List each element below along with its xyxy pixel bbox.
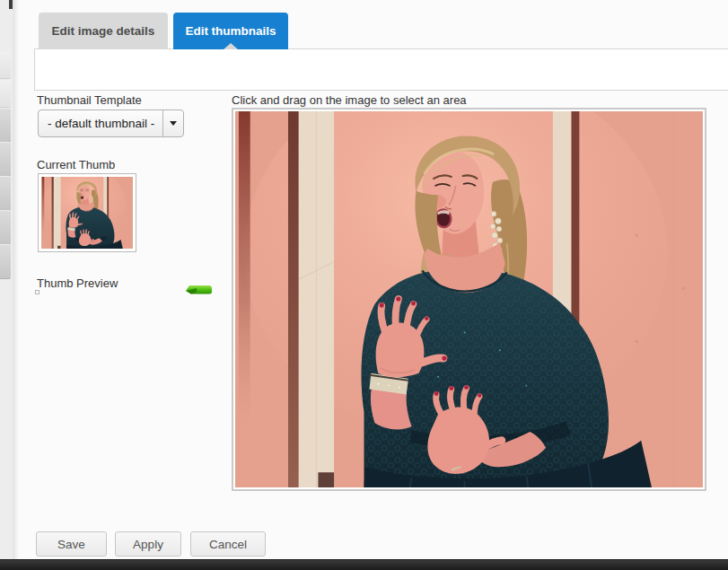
background-button-fragment bbox=[0, 176, 11, 211]
current-thumb-photo bbox=[41, 177, 133, 249]
caret-down-icon bbox=[170, 121, 177, 126]
tab-label: Edit image details bbox=[52, 24, 155, 38]
background-button-fragment bbox=[0, 108, 11, 143]
background-button-fragment bbox=[0, 244, 11, 279]
current-thumb-label: Current Thumb bbox=[37, 158, 115, 171]
tab-edit-image-details[interactable]: Edit image details bbox=[39, 13, 168, 49]
thumbnail-template-label: Thumbnail Template bbox=[37, 93, 142, 107]
crop-instruction-text: Click and drag on the image to select an… bbox=[232, 93, 467, 107]
dropdown-arrow-button[interactable] bbox=[162, 110, 183, 136]
green-swoosh-icon bbox=[184, 284, 213, 295]
apply-button[interactable]: Apply bbox=[115, 531, 181, 557]
save-button[interactable]: Save bbox=[36, 531, 107, 557]
active-tab-notch-icon bbox=[224, 43, 238, 49]
thumbnail-template-selected-value: - default thumbnail - bbox=[39, 117, 162, 130]
tab-label: Edit thumbnails bbox=[185, 24, 276, 38]
background-button-fragment bbox=[0, 142, 11, 177]
current-thumb-image bbox=[38, 173, 136, 252]
thumb-preview-label: Thumb Preview bbox=[37, 276, 118, 290]
bottom-dark-bar bbox=[0, 559, 728, 570]
thumb-preview-placeholder bbox=[35, 290, 39, 294]
crop-target-image[interactable] bbox=[232, 108, 706, 491]
singer-photo bbox=[235, 111, 703, 487]
cancel-button[interactable]: Cancel bbox=[190, 531, 266, 557]
background-button-fragment bbox=[0, 210, 11, 245]
background-button-fragment bbox=[0, 79, 11, 108]
background-app-edge bbox=[0, 0, 13, 570]
tab-content-header-strip bbox=[34, 48, 728, 91]
thumbnail-editor-window: { "tabs": [ { "label": "Edit image detai… bbox=[0, 0, 728, 570]
background-button-fragment bbox=[0, 50, 11, 79]
thumbnail-template-select[interactable]: - default thumbnail - bbox=[38, 110, 184, 137]
tab-edit-thumbnails[interactable]: Edit thumbnails bbox=[173, 13, 288, 49]
